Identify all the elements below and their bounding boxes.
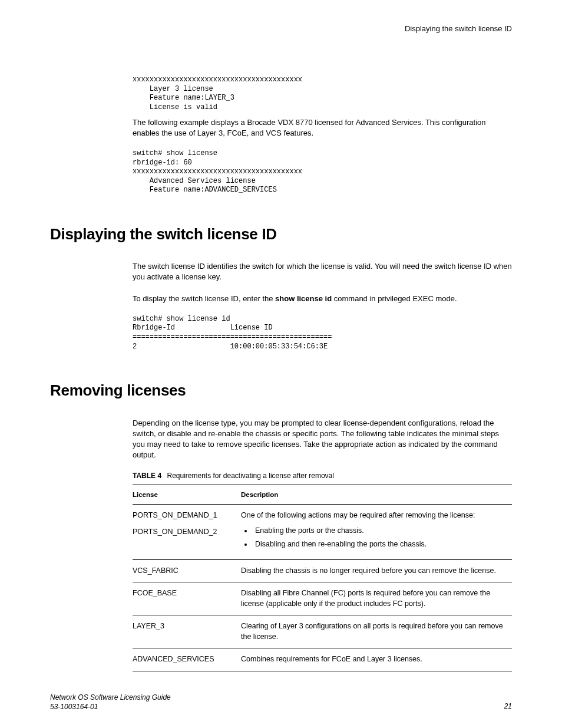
table-header-row: License Description	[133, 485, 512, 505]
page-number: 21	[504, 701, 512, 711]
description-cell: Disabling the chassis is no longer requi…	[241, 559, 512, 582]
page-container: Displaying the switch license ID xxxxxxx…	[0, 0, 562, 728]
heading-display-license-id: Displaying the switch license ID	[50, 223, 512, 245]
table-row: FCOE_BASE Disabling all Fibre Channel (F…	[133, 582, 512, 615]
license-name: PORTS_ON_DEMAND_2	[133, 527, 239, 538]
license-cell: FCOE_BASE	[133, 582, 241, 615]
bullet-list: Enabling the ports or the chassis. Disab…	[241, 525, 510, 552]
description-cell: Disabling all Fibre Channel (FC) ports i…	[241, 582, 512, 615]
table-caption: TABLE 4 Requirements for deactivating a …	[133, 471, 512, 481]
code-block-layer3: xxxxxxxxxxxxxxxxxxxxxxxxxxxxxxxxxxxxxxxx…	[133, 75, 512, 112]
table-row: PORTS_ON_DEMAND_1 PORTS_ON_DEMAND_2 One …	[133, 505, 512, 560]
paragraph: To display the switch license ID, enter …	[133, 294, 512, 304]
table-title: Requirements for deactivating a license …	[167, 472, 333, 480]
table-label: TABLE 4	[133, 472, 161, 480]
text-fragment: command in privileged EXEC mode.	[332, 294, 457, 303]
page-footer: Network OS Software Licensing Guide 53-1…	[50, 693, 512, 711]
col-header-license: License	[133, 485, 241, 505]
list-item: Disabling and then re-enabling the ports…	[253, 538, 510, 552]
table-row: LAYER_3 Clearing of Layer 3 configuratio…	[133, 615, 512, 648]
license-cell: ADVANCED_SERVICES	[133, 648, 241, 671]
description-cell: Combines requirements for FCoE and Layer…	[241, 648, 512, 671]
code-block-advanced: switch# show license rbridge-id: 60 xxxx…	[133, 149, 512, 195]
command-name: show license id	[275, 294, 332, 303]
doc-number: 53-1003164-01	[50, 702, 171, 711]
description-cell: One of the following actions may be requ…	[241, 505, 512, 560]
running-header: Displaying the switch license ID	[50, 24, 512, 34]
license-requirements-table: License Description PORTS_ON_DEMAND_1 PO…	[133, 485, 512, 671]
license-cell: PORTS_ON_DEMAND_1 PORTS_ON_DEMAND_2	[133, 505, 241, 560]
paragraph: Depending on the license type, you may b…	[133, 418, 512, 461]
license-name: PORTS_ON_DEMAND_1	[133, 510, 239, 521]
text-fragment: To display the switch license ID, enter …	[133, 294, 275, 303]
content-block: Depending on the license type, you may b…	[133, 418, 512, 671]
license-cell: VCS_FABRIC	[133, 559, 241, 582]
table-row: ADVANCED_SERVICES Combines requirements …	[133, 648, 512, 671]
description-cell: Clearing of Layer 3 configurations on al…	[241, 615, 512, 648]
table-row: VCS_FABRIC Disabling the chassis is no l…	[133, 559, 512, 582]
content-block: The switch license ID identifies the swi…	[133, 261, 512, 351]
paragraph: The switch license ID identifies the swi…	[133, 261, 512, 282]
text-line: One of the following actions may be requ…	[241, 510, 510, 521]
heading-removing-licenses: Removing licenses	[50, 380, 512, 401]
list-item: Enabling the ports or the chassis.	[253, 525, 510, 539]
col-header-description: Description	[241, 485, 512, 505]
content-block: xxxxxxxxxxxxxxxxxxxxxxxxxxxxxxxxxxxxxxxx…	[133, 75, 512, 195]
doc-title: Network OS Software Licensing Guide	[50, 693, 171, 702]
license-cell: LAYER_3	[133, 615, 241, 648]
paragraph: The following example displays a Brocade…	[133, 117, 512, 139]
footer-left: Network OS Software Licensing Guide 53-1…	[50, 693, 171, 711]
code-block-license-id: switch# show license id Rbridge-Id Licen…	[133, 315, 512, 351]
